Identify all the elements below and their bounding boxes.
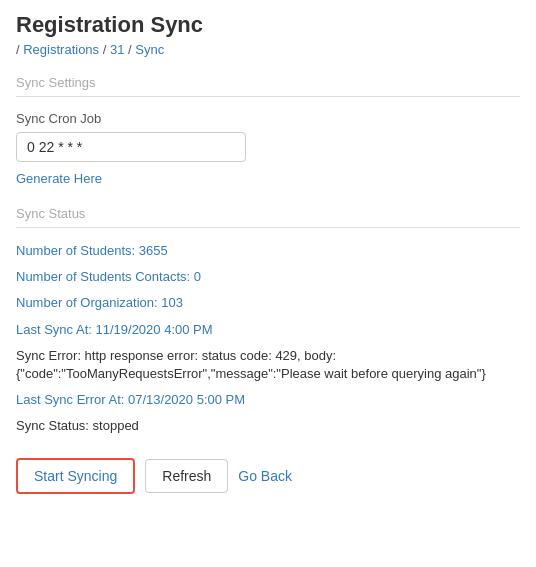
breadcrumb-31[interactable]: 31 — [110, 42, 124, 57]
breadcrumb-sep2: / — [103, 42, 110, 57]
cron-input[interactable] — [16, 132, 246, 162]
sync-status-label: Sync Status — [16, 206, 520, 228]
start-syncing-button[interactable]: Start Syncing — [16, 458, 135, 494]
status-last-sync-at: Last Sync At: 11/19/2020 4:00 PM — [16, 321, 520, 339]
generate-link[interactable]: Generate Here — [16, 171, 102, 186]
status-last-sync-error-at: Last Sync Error At: 07/13/2020 5:00 PM — [16, 391, 520, 409]
refresh-button[interactable]: Refresh — [145, 459, 228, 493]
status-sync-error: Sync Error: http response error: status … — [16, 347, 520, 383]
status-students: Number of Students: 3655 — [16, 242, 520, 260]
breadcrumb-registrations[interactable]: Registrations — [23, 42, 99, 57]
sync-settings-section: Sync Settings Sync Cron Job Generate Her… — [16, 75, 520, 186]
breadcrumb: / Registrations / 31 / Sync — [16, 42, 520, 57]
sync-settings-label: Sync Settings — [16, 75, 520, 97]
status-students-contacts: Number of Students Contacts: 0 — [16, 268, 520, 286]
page-title: Registration Sync — [16, 12, 520, 38]
button-row: Start Syncing Refresh Go Back — [16, 458, 520, 494]
cron-job-label: Sync Cron Job — [16, 111, 520, 126]
status-sync-status: Sync Status: stopped — [16, 417, 520, 435]
breadcrumb-sync[interactable]: Sync — [135, 42, 164, 57]
go-back-link[interactable]: Go Back — [238, 468, 292, 484]
status-organization: Number of Organization: 103 — [16, 294, 520, 312]
sync-status-section: Sync Status Number of Students: 3655 Num… — [16, 206, 520, 436]
